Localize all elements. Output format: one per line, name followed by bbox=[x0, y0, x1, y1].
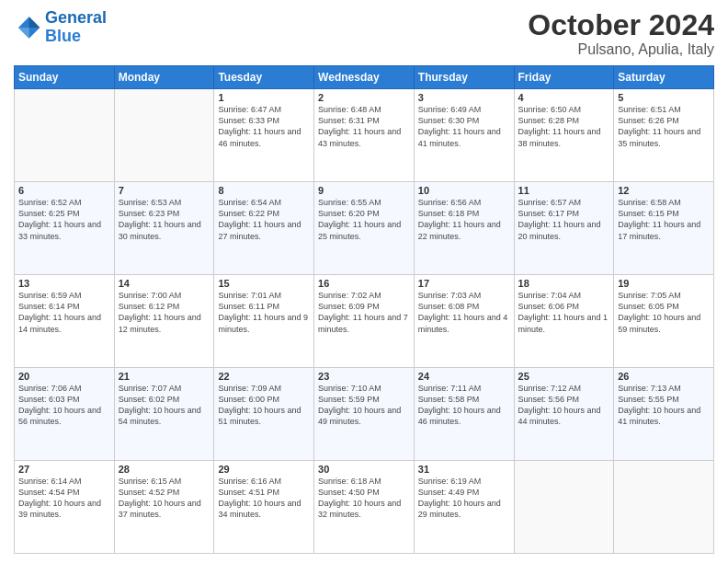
day-number: 11 bbox=[518, 185, 610, 196]
day-number: 17 bbox=[418, 278, 510, 289]
day-number: 19 bbox=[618, 278, 710, 289]
day-info: Sunrise: 6:56 AMSunset: 6:18 PMDaylight:… bbox=[418, 197, 510, 242]
calendar-cell bbox=[514, 461, 614, 554]
day-info: Sunrise: 6:59 AMSunset: 6:14 PMDaylight:… bbox=[18, 290, 110, 335]
day-number: 16 bbox=[318, 278, 410, 289]
day-number: 4 bbox=[518, 92, 610, 103]
day-info: Sunrise: 7:05 AMSunset: 6:05 PMDaylight:… bbox=[618, 290, 710, 335]
day-info: Sunrise: 6:18 AMSunset: 4:50 PMDaylight:… bbox=[318, 476, 410, 521]
calendar-cell: 6Sunrise: 6:52 AMSunset: 6:25 PMDaylight… bbox=[15, 182, 115, 275]
day-info: Sunrise: 7:00 AMSunset: 6:12 PMDaylight:… bbox=[119, 290, 210, 335]
day-number: 26 bbox=[618, 371, 710, 382]
calendar-cell: 25Sunrise: 7:12 AMSunset: 5:56 PMDayligh… bbox=[514, 368, 614, 461]
logo-text: General Blue bbox=[45, 9, 107, 46]
col-header-wednesday: Wednesday bbox=[314, 66, 415, 89]
calendar-cell: 18Sunrise: 7:04 AMSunset: 6:06 PMDayligh… bbox=[514, 275, 614, 368]
calendar-cell: 22Sunrise: 7:09 AMSunset: 6:00 PMDayligh… bbox=[214, 368, 314, 461]
day-number: 1 bbox=[218, 92, 310, 103]
calendar-cell: 20Sunrise: 7:06 AMSunset: 6:03 PMDayligh… bbox=[15, 368, 115, 461]
calendar-cell: 3Sunrise: 6:49 AMSunset: 6:30 PMDaylight… bbox=[414, 89, 514, 182]
title-block: October 2024 Pulsano, Apulia, Italy bbox=[528, 9, 714, 58]
calendar-cell: 29Sunrise: 6:16 AMSunset: 4:51 PMDayligh… bbox=[214, 461, 314, 554]
day-number: 31 bbox=[418, 464, 510, 475]
day-info: Sunrise: 7:01 AMSunset: 6:11 PMDaylight:… bbox=[218, 290, 310, 335]
calendar-cell: 15Sunrise: 7:01 AMSunset: 6:11 PMDayligh… bbox=[214, 275, 314, 368]
calendar-cell: 7Sunrise: 6:53 AMSunset: 6:23 PMDaylight… bbox=[114, 182, 214, 275]
day-number: 9 bbox=[318, 185, 410, 196]
day-info: Sunrise: 6:52 AMSunset: 6:25 PMDaylight:… bbox=[18, 197, 110, 242]
day-info: Sunrise: 6:57 AMSunset: 6:17 PMDaylight:… bbox=[518, 197, 610, 242]
calendar-cell: 30Sunrise: 6:18 AMSunset: 4:50 PMDayligh… bbox=[314, 461, 415, 554]
day-number: 29 bbox=[218, 464, 310, 475]
svg-marker-1 bbox=[29, 17, 40, 28]
day-info: Sunrise: 6:54 AMSunset: 6:22 PMDaylight:… bbox=[218, 197, 310, 242]
day-info: Sunrise: 7:06 AMSunset: 6:03 PMDaylight:… bbox=[18, 383, 110, 428]
logo: General Blue bbox=[14, 9, 107, 46]
calendar-cell: 16Sunrise: 7:02 AMSunset: 6:09 PMDayligh… bbox=[314, 275, 415, 368]
day-info: Sunrise: 6:51 AMSunset: 6:26 PMDaylight:… bbox=[618, 104, 710, 149]
calendar-cell: 27Sunrise: 6:14 AMSunset: 4:54 PMDayligh… bbox=[15, 461, 115, 554]
day-number: 14 bbox=[119, 278, 210, 289]
day-info: Sunrise: 7:02 AMSunset: 6:09 PMDaylight:… bbox=[318, 290, 410, 335]
day-number: 7 bbox=[119, 185, 210, 196]
day-info: Sunrise: 7:10 AMSunset: 5:59 PMDaylight:… bbox=[318, 383, 410, 428]
day-number: 18 bbox=[518, 278, 610, 289]
day-info: Sunrise: 6:19 AMSunset: 4:49 PMDaylight:… bbox=[418, 476, 510, 521]
calendar-cell: 17Sunrise: 7:03 AMSunset: 6:08 PMDayligh… bbox=[414, 275, 514, 368]
day-info: Sunrise: 6:47 AMSunset: 6:33 PMDaylight:… bbox=[218, 104, 310, 149]
day-info: Sunrise: 6:53 AMSunset: 6:23 PMDaylight:… bbox=[119, 197, 210, 242]
month-title: October 2024 bbox=[528, 9, 714, 41]
day-number: 6 bbox=[18, 185, 110, 196]
day-number: 25 bbox=[518, 371, 610, 382]
calendar-cell: 19Sunrise: 7:05 AMSunset: 6:05 PMDayligh… bbox=[614, 275, 714, 368]
calendar-cell: 28Sunrise: 6:15 AMSunset: 4:52 PMDayligh… bbox=[114, 461, 214, 554]
day-info: Sunrise: 6:16 AMSunset: 4:51 PMDaylight:… bbox=[218, 476, 310, 521]
day-number: 10 bbox=[418, 185, 510, 196]
day-info: Sunrise: 6:49 AMSunset: 6:30 PMDaylight:… bbox=[418, 104, 510, 149]
calendar-cell: 5Sunrise: 6:51 AMSunset: 6:26 PMDaylight… bbox=[614, 89, 714, 182]
logo-blue: Blue bbox=[45, 27, 81, 45]
calendar-cell: 26Sunrise: 7:13 AMSunset: 5:55 PMDayligh… bbox=[614, 368, 714, 461]
day-number: 24 bbox=[418, 371, 510, 382]
calendar-header-row: SundayMondayTuesdayWednesdayThursdayFrid… bbox=[15, 66, 714, 89]
calendar-cell bbox=[614, 461, 714, 554]
calendar-cell: 31Sunrise: 6:19 AMSunset: 4:49 PMDayligh… bbox=[414, 461, 514, 554]
day-number: 13 bbox=[18, 278, 110, 289]
day-info: Sunrise: 7:12 AMSunset: 5:56 PMDaylight:… bbox=[518, 383, 610, 428]
calendar-cell bbox=[114, 89, 214, 182]
location-title: Pulsano, Apulia, Italy bbox=[528, 41, 714, 58]
day-info: Sunrise: 7:07 AMSunset: 6:02 PMDaylight:… bbox=[119, 383, 210, 428]
col-header-thursday: Thursday bbox=[414, 66, 514, 89]
day-number: 20 bbox=[18, 371, 110, 382]
calendar-week-row: 27Sunrise: 6:14 AMSunset: 4:54 PMDayligh… bbox=[15, 461, 714, 554]
day-number: 22 bbox=[218, 371, 310, 382]
calendar-cell: 24Sunrise: 7:11 AMSunset: 5:58 PMDayligh… bbox=[414, 368, 514, 461]
calendar-week-row: 6Sunrise: 6:52 AMSunset: 6:25 PMDaylight… bbox=[15, 182, 714, 275]
col-header-saturday: Saturday bbox=[614, 66, 714, 89]
calendar-cell bbox=[15, 89, 115, 182]
day-number: 28 bbox=[119, 464, 210, 475]
day-info: Sunrise: 6:14 AMSunset: 4:54 PMDaylight:… bbox=[18, 476, 110, 521]
day-info: Sunrise: 6:48 AMSunset: 6:31 PMDaylight:… bbox=[318, 104, 410, 149]
day-number: 2 bbox=[318, 92, 410, 103]
calendar-cell: 11Sunrise: 6:57 AMSunset: 6:17 PMDayligh… bbox=[514, 182, 614, 275]
page: General Blue October 2024 Pulsano, Apuli… bbox=[0, 0, 728, 563]
col-header-friday: Friday bbox=[514, 66, 614, 89]
calendar-table: SundayMondayTuesdayWednesdayThursdayFrid… bbox=[14, 65, 714, 554]
day-number: 27 bbox=[18, 464, 110, 475]
day-info: Sunrise: 7:03 AMSunset: 6:08 PMDaylight:… bbox=[418, 290, 510, 335]
calendar-cell: 12Sunrise: 6:58 AMSunset: 6:15 PMDayligh… bbox=[614, 182, 714, 275]
svg-marker-2 bbox=[18, 28, 29, 39]
day-number: 21 bbox=[119, 371, 210, 382]
calendar-cell: 4Sunrise: 6:50 AMSunset: 6:28 PMDaylight… bbox=[514, 89, 614, 182]
col-header-tuesday: Tuesday bbox=[214, 66, 314, 89]
day-info: Sunrise: 6:50 AMSunset: 6:28 PMDaylight:… bbox=[518, 104, 610, 149]
day-info: Sunrise: 7:04 AMSunset: 6:06 PMDaylight:… bbox=[518, 290, 610, 335]
day-number: 3 bbox=[418, 92, 510, 103]
calendar-cell: 10Sunrise: 6:56 AMSunset: 6:18 PMDayligh… bbox=[414, 182, 514, 275]
calendar-cell: 1Sunrise: 6:47 AMSunset: 6:33 PMDaylight… bbox=[214, 89, 314, 182]
day-number: 23 bbox=[318, 371, 410, 382]
logo-general: General bbox=[45, 8, 107, 27]
col-header-sunday: Sunday bbox=[15, 66, 115, 89]
calendar-week-row: 20Sunrise: 7:06 AMSunset: 6:03 PMDayligh… bbox=[15, 368, 714, 461]
